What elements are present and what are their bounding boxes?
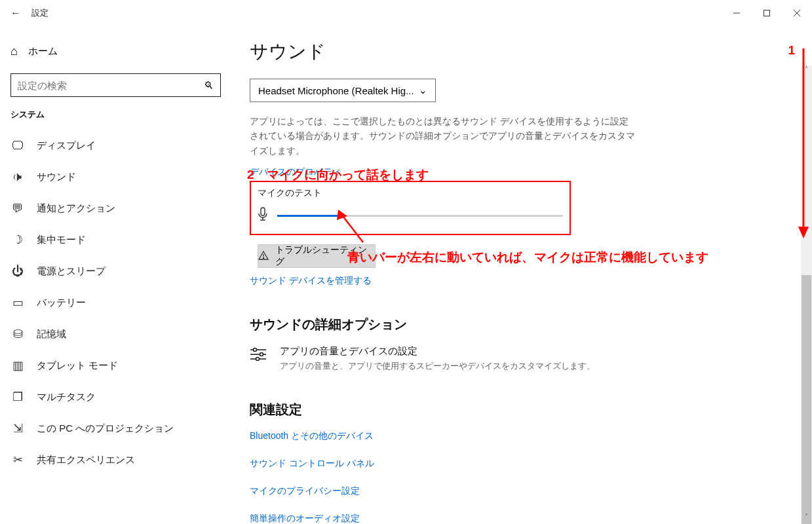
manage-sound-devices-link[interactable]: サウンド デバイスを管理する	[250, 275, 372, 287]
sidebar-item-tablet[interactable]: ▥タブレット モード	[0, 350, 231, 381]
minimize-button[interactable]	[722, 0, 752, 26]
sidebar: ⌂ ホーム 🔍︎ システム 🖵ディスプレイ🕩サウンド💬︎通知とアクション☽集中モ…	[0, 26, 231, 524]
sidebar-item-power[interactable]: ⏻電源とスリープ	[0, 255, 231, 287]
notify-icon: 💬︎	[10, 202, 25, 215]
app-volume-title: アプリの音量とデバイスの設定	[280, 345, 595, 358]
battery-icon: ▭	[10, 295, 25, 310]
sidebar-item-focus[interactable]: ☽集中モード	[0, 224, 231, 255]
input-device-dropdown[interactable]: Headset Microphone (Realtek Hig... ⌄	[250, 79, 436, 102]
related-link-0[interactable]: Bluetooth とその他のデバイス	[250, 430, 812, 442]
device-properties-link[interactable]: デバイスのプロパティ	[250, 166, 341, 178]
share-icon: ✂	[10, 453, 25, 467]
sidebar-item-sound[interactable]: 🕩サウンド	[0, 161, 231, 193]
power-icon: ⏻	[10, 265, 25, 278]
related-link-3[interactable]: 簡単操作のオーディオ設定	[250, 513, 812, 524]
project-icon: ⇲	[10, 421, 25, 436]
svg-point-8	[263, 257, 263, 258]
scrollbar-thumb[interactable]	[802, 275, 811, 524]
related-link-1[interactable]: サウンド コントロール パネル	[250, 458, 812, 470]
title-bar: ← 設定	[0, 0, 812, 26]
app-volume-settings[interactable]: アプリの音量とデバイスの設定 アプリの音量と、アプリで使用するスピーカーやデバイ…	[250, 345, 656, 372]
search-icon: 🔍︎	[204, 80, 214, 91]
sliders-icon	[250, 345, 267, 372]
sidebar-item-project[interactable]: ⇲この PC へのプロジェクション	[0, 413, 231, 444]
storage-icon: ⛁	[10, 327, 25, 341]
sidebar-category: システム	[0, 109, 231, 121]
sidebar-item-multi[interactable]: ❐マルチタスク	[0, 381, 231, 413]
sidebar-item-display[interactable]: 🖵ディスプレイ	[0, 130, 231, 161]
svg-point-10	[254, 348, 257, 352]
sidebar-item-label: サウンド	[37, 171, 76, 183]
multi-icon: ❐	[10, 390, 25, 404]
display-icon: 🖵	[10, 139, 25, 153]
microphone-icon	[258, 207, 268, 225]
search-input[interactable]	[18, 80, 204, 91]
warning-icon	[258, 250, 269, 263]
main-content: サウンド Headset Microphone (Realtek Hig... …	[231, 26, 812, 524]
sidebar-item-label: バッテリー	[37, 297, 86, 309]
scroll-up-button[interactable]: ˄	[801, 66, 812, 77]
app-volume-subtitle: アプリの音量と、アプリで使用するスピーカーやデバイスをカスタマイズします。	[280, 360, 595, 372]
close-button[interactable]	[782, 0, 812, 26]
home-button[interactable]: ⌂ ホーム	[0, 38, 231, 64]
troubleshoot-button[interactable]: トラブルシューティング	[258, 244, 376, 268]
maximize-button[interactable]	[752, 0, 782, 26]
tablet-icon: ▥	[10, 358, 25, 373]
input-device-description: アプリによっては、ここで選択したものとは異なるサウンド デバイスを使用するように…	[250, 114, 636, 158]
sound-icon: 🕩	[10, 170, 25, 184]
home-icon: ⌂	[10, 45, 18, 58]
sidebar-item-notify[interactable]: 💬︎通知とアクション	[0, 193, 231, 224]
sidebar-item-label: この PC へのプロジェクション	[37, 422, 174, 435]
chevron-down-icon: ⌄	[419, 84, 427, 96]
window-title: 設定	[31, 7, 48, 19]
troubleshoot-label: トラブルシューティング	[275, 244, 375, 268]
dropdown-value: Headset Microphone (Realtek Hig...	[258, 85, 419, 96]
related-link-2[interactable]: マイクのプライバシー設定	[250, 485, 812, 497]
sidebar-item-label: 通知とアクション	[37, 202, 115, 215]
sidebar-item-label: マルチタスク	[37, 391, 96, 403]
sidebar-item-label: 記憶域	[37, 328, 66, 341]
scroll-down-button[interactable]: ˅	[801, 513, 812, 524]
sidebar-item-label: タブレット モード	[37, 360, 118, 372]
sidebar-item-label: 集中モード	[37, 234, 86, 246]
search-box[interactable]: 🔍︎	[10, 73, 221, 97]
svg-point-12	[260, 353, 263, 356]
sidebar-item-label: 電源とスリープ	[37, 265, 106, 278]
mic-level-bar	[277, 215, 563, 217]
vertical-scrollbar[interactable]: ˄ ˅	[801, 66, 812, 524]
focus-icon: ☽	[10, 233, 25, 247]
mic-level-fill	[277, 215, 340, 217]
sidebar-item-storage[interactable]: ⛁記憶域	[0, 318, 231, 350]
back-button[interactable]: ←	[0, 7, 31, 19]
svg-rect-4	[261, 208, 265, 215]
related-section-heading: 関連設定	[250, 401, 812, 419]
sidebar-item-battery[interactable]: ▭バッテリー	[0, 287, 231, 318]
svg-rect-1	[764, 10, 770, 16]
mic-test-box: マイクのテスト	[250, 181, 571, 235]
sidebar-item-share[interactable]: ✂共有エクスペリエンス	[0, 444, 231, 476]
sidebar-item-label: ディスプレイ	[37, 140, 96, 152]
page-title: サウンド	[250, 39, 812, 64]
sidebar-item-label: 共有エクスペリエンス	[37, 454, 135, 466]
mic-test-label: マイクのテスト	[258, 187, 563, 199]
svg-point-14	[256, 358, 260, 361]
advanced-section-heading: サウンドの詳細オプション	[250, 316, 812, 333]
home-label: ホーム	[28, 45, 58, 58]
